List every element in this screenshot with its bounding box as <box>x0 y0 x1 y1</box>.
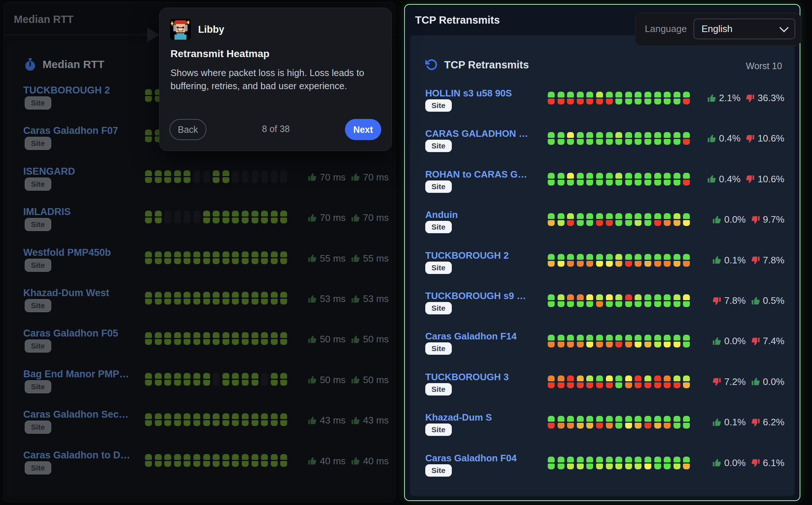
retransmit-stats: 0.0%9.7% <box>712 214 784 225</box>
heatmap-cell <box>567 335 574 347</box>
rtt-value-pair: 55 ms <box>351 253 389 264</box>
heatmap-cell <box>654 92 661 104</box>
heatmap-cell <box>232 373 239 386</box>
retransmit-stats: 0.4%10.6% <box>707 133 784 144</box>
next-button[interactable]: Next <box>345 119 381 140</box>
refresh-icon[interactable] <box>425 59 438 71</box>
heatmap-cell <box>654 254 661 267</box>
site-name-link[interactable]: Khazad-Dum West <box>23 287 109 299</box>
heatmap-cell <box>184 454 190 467</box>
heatmap-cell <box>222 170 229 183</box>
site-name-link[interactable]: Caras Galadhon F14 <box>425 331 516 342</box>
heatmap-cell <box>164 373 171 386</box>
site-name-link[interactable]: Caras Galadhon F05 <box>23 328 118 339</box>
heatmap-cell-empty <box>280 170 287 183</box>
card-title-row: TCP Retransmits <box>425 59 529 71</box>
heatmap-cell <box>261 211 268 223</box>
site-type-badge: Site <box>425 221 452 233</box>
site-name-link[interactable]: IMLADRIS <box>23 206 71 218</box>
thumb-up-icon <box>351 335 360 344</box>
site-name-link[interactable]: Khazad-Dum S <box>425 412 492 423</box>
thumb-up-icon <box>712 215 721 224</box>
card-title-row: Median RTT <box>24 58 104 71</box>
stat-value: 36.3% <box>757 92 784 104</box>
thumb-up-icon <box>307 254 317 263</box>
stat-pair: 9.7% <box>751 214 784 225</box>
retransmit-heatmap <box>548 457 690 469</box>
heatmap-cell <box>222 454 229 467</box>
heatmap-cell <box>174 251 181 264</box>
heatmap-cell <box>145 170 152 183</box>
site-name-link[interactable]: Anduin <box>425 209 458 220</box>
stat-pair: 0.0% <box>712 214 745 225</box>
site-name-link[interactable]: ROHAN to CARAS G… <box>425 169 527 180</box>
rtt-value-pair: 70 ms <box>351 172 389 183</box>
stat-pair: 10.6% <box>745 133 784 144</box>
heatmap-cell <box>606 416 613 429</box>
site-row: Westfold PMP450bSite55 ms55 ms <box>4 247 395 287</box>
panel-title: Median RTT <box>14 13 73 25</box>
thumb-up-icon <box>751 296 760 306</box>
heatmap-cell <box>174 170 181 183</box>
site-name-link[interactable]: HOLLIN s3 u58 90S <box>425 88 512 99</box>
heatmap-cell <box>606 213 613 226</box>
heatmap-cell <box>596 213 603 226</box>
site-name-link[interactable]: Caras Galadhon to D… <box>23 450 130 461</box>
card-title: TCP Retransmits <box>444 59 529 71</box>
thumb-up-icon <box>307 172 317 182</box>
site-name-link[interactable]: Bag End Manor PMP… <box>23 369 129 380</box>
heatmap-cell <box>577 375 584 388</box>
heatmap-cell <box>586 457 593 469</box>
heatmap-cell <box>577 132 584 145</box>
language-select[interactable]: English <box>694 19 795 39</box>
site-type-badge: Site <box>425 262 452 274</box>
heatmap-cell <box>625 132 632 145</box>
site-name-link[interactable]: TUCKBOROUGH 2 <box>23 85 110 96</box>
heatmap-cell <box>625 416 632 429</box>
heatmap-cell <box>155 454 162 467</box>
heatmap-cell <box>664 132 671 145</box>
retransmit-stats: 7.8%0.5% <box>712 295 784 306</box>
heatmap-cell <box>635 294 642 307</box>
heatmap-cell <box>654 132 661 145</box>
heatmap-cell <box>683 335 690 347</box>
heatmap-cell <box>261 292 268 305</box>
heatmap-cell <box>145 373 152 386</box>
site-name-link[interactable]: CARAS GALADHON … <box>425 128 528 139</box>
heatmap-cell-empty <box>203 170 210 183</box>
site-name-link[interactable]: ISENGARD <box>23 166 75 177</box>
rtt-values: 55 ms55 ms <box>307 253 389 264</box>
thumb-up-icon <box>307 456 317 466</box>
thumb-down-icon <box>712 377 721 386</box>
heatmap-cell <box>674 375 680 388</box>
rtt-value: 50 ms <box>320 374 346 386</box>
heatmap-cell <box>596 294 603 307</box>
rtt-value-pair: 40 ms <box>351 456 389 467</box>
heatmap-cell <box>674 294 680 307</box>
site-type-badge: Site <box>25 421 51 434</box>
site-row: TUCKBOROUGH s9 …Site7.8%0.5% <box>405 290 800 331</box>
heatmap-cell <box>261 454 268 467</box>
thumb-up-icon <box>751 377 760 386</box>
heatmap-cell <box>184 251 190 264</box>
heatmap-cell <box>548 254 555 267</box>
heatmap-cell <box>615 173 622 186</box>
stat-value: 7.4% <box>763 335 784 347</box>
stat-pair: 0.4% <box>707 174 740 185</box>
heatmap-cell <box>203 211 210 223</box>
tooltip-character-name: Libby <box>198 24 224 35</box>
heatmap-cell <box>644 457 651 469</box>
heatmap-cell <box>644 132 651 145</box>
heatmap-cell <box>164 292 171 305</box>
site-name-link[interactable]: Caras Galadhon Sec… <box>23 409 129 420</box>
site-name-link[interactable]: Westfold PMP450b <box>23 247 111 258</box>
site-name-link[interactable]: TUCKBOROUGH 2 <box>425 250 509 261</box>
heatmap-cell <box>174 332 181 345</box>
site-name-link[interactable]: Caras Galadhon F04 <box>425 453 516 464</box>
back-button[interactable]: Back <box>169 119 206 140</box>
site-name-link[interactable]: TUCKBOROUGH s9 … <box>425 290 526 302</box>
stat-value: 7.8% <box>724 295 745 306</box>
site-name-link[interactable]: TUCKBOROUGH 3 <box>425 371 509 383</box>
heatmap-cell <box>232 413 239 426</box>
site-name-link[interactable]: Caras Galadhon F07 <box>23 125 118 136</box>
